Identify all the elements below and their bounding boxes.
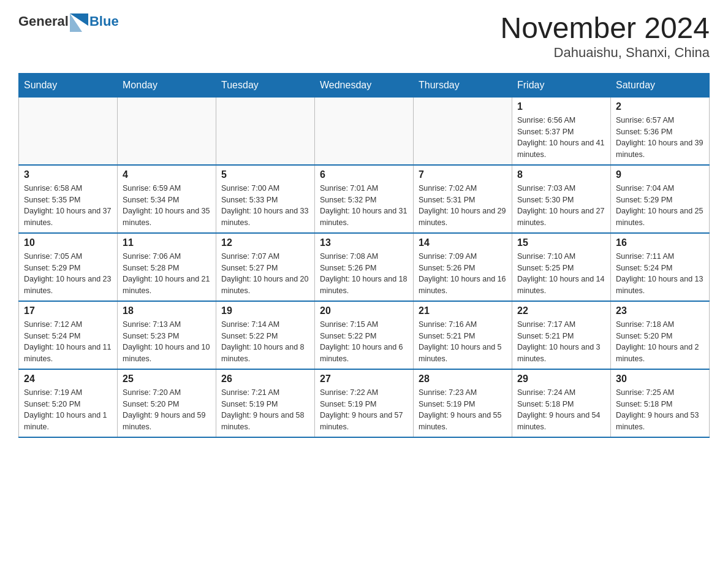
day-info-line: Sunrise: 7:09 AM [419, 252, 477, 261]
table-cell [19, 97, 118, 165]
day-info: Sunrise: 7:02 AMSunset: 5:31 PMDaylight:… [419, 183, 507, 229]
day-number: 20 [320, 305, 408, 316]
table-cell: 25Sunrise: 7:20 AMSunset: 5:20 PMDayligh… [118, 369, 216, 437]
day-number: 14 [419, 237, 507, 248]
day-info: Sunrise: 7:05 AMSunset: 5:29 PMDaylight:… [24, 251, 112, 297]
day-info-line: Sunrise: 6:56 AM [517, 116, 575, 124]
day-info-line: Daylight: 10 hours and 21 minutes. [123, 275, 210, 295]
day-info-line: Daylight: 10 hours and 5 minutes. [419, 343, 502, 363]
day-info-line: Sunrise: 7:00 AM [221, 184, 279, 193]
day-info-line: Sunrise: 7:12 AM [24, 320, 82, 329]
day-info-line: Daylight: 10 hours and 23 minutes. [24, 275, 111, 295]
day-info: Sunrise: 7:24 AMSunset: 5:18 PMDaylight:… [517, 387, 605, 433]
day-info: Sunrise: 7:15 AMSunset: 5:22 PMDaylight:… [320, 319, 408, 365]
week-row-3: 10Sunrise: 7:05 AMSunset: 5:29 PMDayligh… [19, 233, 710, 301]
day-number: 17 [24, 305, 112, 316]
day-number: 12 [221, 237, 309, 248]
day-info-line: Daylight: 10 hours and 20 minutes. [221, 275, 308, 295]
day-info-line: Sunrise: 7:08 AM [320, 252, 378, 261]
day-info: Sunrise: 7:03 AMSunset: 5:30 PMDaylight:… [517, 183, 605, 229]
calendar-body: 1Sunrise: 6:56 AMSunset: 5:37 PMDaylight… [19, 97, 710, 437]
day-number: 11 [123, 237, 211, 248]
day-info: Sunrise: 7:10 AMSunset: 5:25 PMDaylight:… [517, 251, 605, 297]
table-cell: 8Sunrise: 7:03 AMSunset: 5:30 PMDaylight… [512, 165, 611, 233]
day-number: 22 [517, 305, 605, 316]
day-number: 7 [419, 169, 507, 180]
week-row-4: 17Sunrise: 7:12 AMSunset: 5:24 PMDayligh… [19, 301, 710, 369]
day-info: Sunrise: 7:25 AMSunset: 5:18 PMDaylight:… [616, 387, 704, 433]
day-info-line: Sunset: 5:33 PM [221, 196, 278, 204]
day-info-line: Sunset: 5:26 PM [320, 264, 376, 272]
page-header: General Blue November 2024 Dahuaishu, Sh… [18, 12, 710, 61]
day-info-line: Sunrise: 7:01 AM [320, 184, 378, 193]
day-number: 26 [221, 373, 309, 385]
table-cell: 23Sunrise: 7:18 AMSunset: 5:20 PMDayligh… [611, 301, 710, 369]
day-info-line: Daylight: 9 hours and 58 minutes. [221, 411, 305, 431]
table-cell: 21Sunrise: 7:16 AMSunset: 5:21 PMDayligh… [414, 301, 512, 369]
day-info-line: Sunrise: 7:24 AM [517, 388, 575, 397]
day-info: Sunrise: 7:09 AMSunset: 5:26 PMDaylight:… [419, 251, 507, 297]
day-info-line: Daylight: 10 hours and 10 minutes. [123, 343, 210, 363]
day-number: 29 [517, 373, 605, 385]
day-info-line: Daylight: 10 hours and 37 minutes. [24, 207, 111, 227]
day-info: Sunrise: 7:22 AMSunset: 5:19 PMDaylight:… [320, 387, 408, 433]
calendar-header: SundayMondayTuesdayWednesdayThursdayFrid… [19, 73, 710, 97]
day-info-line: Sunrise: 7:23 AM [419, 388, 477, 397]
page-title: November 2024 [500, 12, 710, 45]
table-cell: 2Sunrise: 6:57 AMSunset: 5:36 PMDaylight… [611, 97, 710, 165]
day-info-line: Daylight: 9 hours and 55 minutes. [419, 411, 502, 431]
day-info-line: Sunset: 5:23 PM [123, 332, 179, 340]
day-info-line: Daylight: 10 hours and 8 minutes. [221, 343, 305, 363]
table-cell [118, 97, 216, 165]
day-info: Sunrise: 7:00 AMSunset: 5:33 PMDaylight:… [221, 183, 309, 229]
day-number: 8 [517, 169, 605, 180]
day-number: 15 [517, 237, 605, 248]
weekday-header-sunday: Sunday [19, 73, 118, 97]
table-cell: 17Sunrise: 7:12 AMSunset: 5:24 PMDayligh… [19, 301, 118, 369]
week-row-5: 24Sunrise: 7:19 AMSunset: 5:20 PMDayligh… [19, 369, 710, 437]
day-info: Sunrise: 7:18 AMSunset: 5:20 PMDaylight:… [616, 319, 704, 365]
day-info-line: Sunset: 5:22 PM [320, 332, 376, 340]
day-info-line: Sunrise: 7:02 AM [419, 184, 477, 193]
day-number: 13 [320, 237, 408, 248]
day-info: Sunrise: 6:59 AMSunset: 5:34 PMDaylight:… [123, 183, 211, 229]
day-number: 9 [616, 169, 704, 180]
day-info: Sunrise: 6:58 AMSunset: 5:35 PMDaylight:… [24, 183, 112, 229]
day-info: Sunrise: 7:16 AMSunset: 5:21 PMDaylight:… [419, 319, 507, 365]
day-info-line: Sunset: 5:21 PM [419, 332, 475, 340]
weekday-header-wednesday: Wednesday [315, 73, 414, 97]
day-info: Sunrise: 7:19 AMSunset: 5:20 PMDaylight:… [24, 387, 112, 433]
week-row-2: 3Sunrise: 6:58 AMSunset: 5:35 PMDaylight… [19, 165, 710, 233]
day-info-line: Sunset: 5:24 PM [24, 332, 80, 340]
day-info-line: Sunset: 5:18 PM [616, 400, 672, 408]
day-info-line: Sunrise: 7:25 AM [616, 388, 674, 397]
table-cell: 29Sunrise: 7:24 AMSunset: 5:18 PMDayligh… [512, 369, 611, 437]
week-row-1: 1Sunrise: 6:56 AMSunset: 5:37 PMDaylight… [19, 97, 710, 165]
day-info-line: Sunrise: 7:05 AM [24, 252, 82, 261]
day-info: Sunrise: 7:17 AMSunset: 5:21 PMDaylight:… [517, 319, 605, 365]
day-info-line: Daylight: 10 hours and 27 minutes. [517, 207, 604, 227]
logo: General Blue [18, 12, 119, 31]
day-info-line: Sunrise: 7:10 AM [517, 252, 575, 261]
day-info-line: Sunrise: 6:58 AM [24, 184, 82, 193]
day-info-line: Daylight: 10 hours and 13 minutes. [616, 275, 703, 295]
day-info: Sunrise: 7:14 AMSunset: 5:22 PMDaylight:… [221, 319, 309, 365]
day-number: 2 [616, 101, 704, 112]
day-info-line: Sunrise: 7:13 AM [123, 320, 181, 329]
day-info: Sunrise: 6:56 AMSunset: 5:37 PMDaylight:… [517, 115, 605, 161]
day-info-line: Sunset: 5:28 PM [123, 264, 179, 272]
table-cell: 11Sunrise: 7:06 AMSunset: 5:28 PMDayligh… [118, 233, 216, 301]
day-info-line: Sunset: 5:25 PM [517, 264, 574, 272]
page-subtitle: Dahuaishu, Shanxi, China [500, 45, 710, 61]
table-cell: 5Sunrise: 7:00 AMSunset: 5:33 PMDaylight… [216, 165, 315, 233]
table-cell: 15Sunrise: 7:10 AMSunset: 5:25 PMDayligh… [512, 233, 611, 301]
day-info-line: Sunset: 5:30 PM [517, 196, 574, 204]
day-info-line: Daylight: 9 hours and 53 minutes. [616, 411, 699, 431]
weekday-header-friday: Friday [512, 73, 611, 97]
day-info: Sunrise: 7:11 AMSunset: 5:24 PMDaylight:… [616, 251, 704, 297]
day-info-line: Daylight: 10 hours and 41 minutes. [517, 139, 604, 159]
day-info-line: Sunrise: 7:06 AM [123, 252, 181, 261]
day-info-line: Sunset: 5:35 PM [24, 196, 80, 204]
day-info-line: Daylight: 10 hours and 1 minute. [24, 411, 107, 431]
day-info: Sunrise: 7:12 AMSunset: 5:24 PMDaylight:… [24, 319, 112, 365]
